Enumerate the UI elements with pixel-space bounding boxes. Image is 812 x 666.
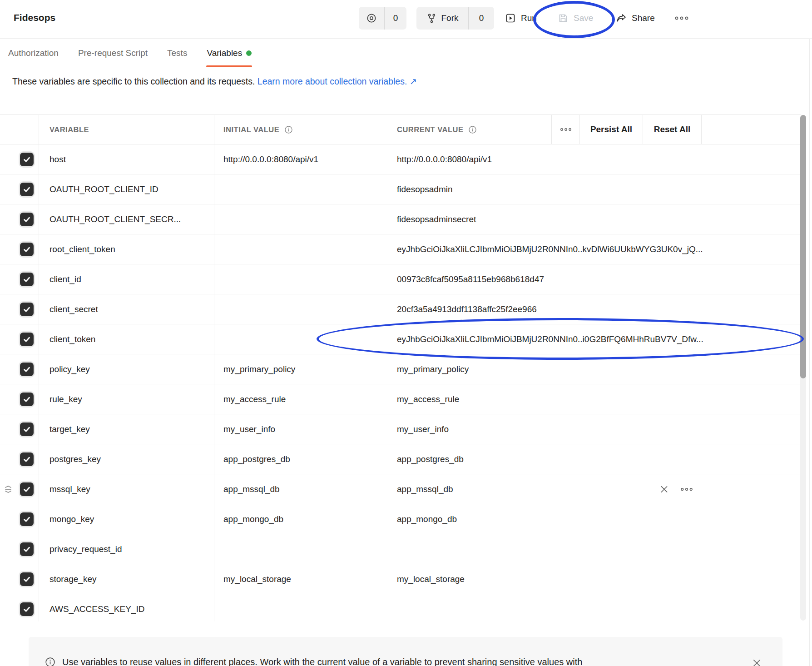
variable-name-cell[interactable]: postgres_key <box>39 444 214 474</box>
row-checkbox[interactable] <box>20 273 34 286</box>
tab-authorization[interactable]: Authorization <box>8 39 59 67</box>
current-value-cell[interactable]: my_user_info <box>389 414 801 444</box>
current-value-cell[interactable]: http://0.0.0.0:8080/api/v1 <box>389 144 801 174</box>
row-checkbox[interactable] <box>20 602 34 616</box>
current-value-cell[interactable]: 00973c8fcaf5095a8115eb968b618d47 <box>389 264 801 294</box>
variable-name-cell[interactable]: OAUTH_ROOT_CLIENT_ID <box>39 174 214 204</box>
current-value-cell[interactable]: my_primary_policy <box>389 354 801 384</box>
variable-name-cell[interactable]: host <box>39 144 214 174</box>
tab-pre-request-script[interactable]: Pre-request Script <box>78 39 148 67</box>
drag-handle-icon[interactable] <box>3 484 13 495</box>
info-icon[interactable] <box>284 125 293 134</box>
row-checkbox[interactable] <box>20 512 34 526</box>
initial-value-cell[interactable] <box>214 174 389 204</box>
info-icon[interactable] <box>468 125 477 134</box>
reset-all-button[interactable]: Reset All <box>643 115 702 144</box>
watch-button[interactable] <box>359 7 384 30</box>
fork-button[interactable]: Fork <box>416 7 468 30</box>
variable-name-cell[interactable]: target_key <box>39 414 214 444</box>
row-checkbox[interactable] <box>20 243 34 256</box>
initial-value-cell[interactable]: my_access_rule <box>214 384 389 414</box>
initial-value-cell[interactable] <box>214 294 389 324</box>
save-icon <box>558 13 569 24</box>
table-row: root_client_token eyJhbGciOiJkaXliLCJIbm… <box>0 234 801 264</box>
row-checkbox[interactable] <box>20 393 34 406</box>
current-value-cell[interactable]: eyJhbGciOiJkaXliLCJIbmMiOiJBMjU2R0NNIn0.… <box>389 234 801 264</box>
more-options-button[interactable] <box>674 7 689 30</box>
initial-value-cell[interactable] <box>214 204 389 234</box>
initial-value-cell[interactable]: app_mssql_db <box>214 474 389 504</box>
tab-variables[interactable]: Variables <box>207 39 252 67</box>
initial-value-cell[interactable]: app_postgres_db <box>214 444 389 474</box>
initial-value-cell[interactable]: my_local_storage <box>214 564 389 594</box>
row-checkbox[interactable] <box>20 482 34 496</box>
initial-value-cell[interactable]: my_primary_policy <box>214 354 389 384</box>
run-button[interactable]: Run <box>505 7 537 30</box>
fork-icon <box>426 13 437 24</box>
variable-name-cell[interactable]: client_secret <box>39 294 214 324</box>
tab-tests[interactable]: Tests <box>167 39 187 67</box>
row-checkbox[interactable] <box>20 572 34 586</box>
current-value-cell[interactable]: fidesopsadmin <box>389 174 801 204</box>
tab-label: Variables <box>207 48 242 58</box>
initial-value-cell[interactable] <box>214 324 389 354</box>
table-row: host http://0.0.0.0:8080/api/v1 http://0… <box>0 144 801 174</box>
variable-name-cell[interactable]: storage_key <box>39 564 214 594</box>
row-checkbox[interactable] <box>20 452 34 466</box>
share-button[interactable]: Share <box>616 7 655 30</box>
row-checkbox[interactable] <box>20 542 34 556</box>
info-banner-text: Use variables to reuse values in differe… <box>62 657 582 666</box>
persist-all-button[interactable]: Persist All <box>580 115 643 144</box>
variable-name-cell[interactable]: mssql_key <box>39 474 214 504</box>
save-button[interactable]: Save <box>558 7 593 30</box>
variable-name-cell[interactable]: rule_key <box>39 384 214 414</box>
current-value-cell[interactable]: my_local_storage <box>389 564 801 594</box>
row-checkbox-cell <box>0 204 39 234</box>
current-value-cell[interactable] <box>389 594 801 621</box>
row-checkbox[interactable] <box>20 183 34 196</box>
row-checkbox[interactable] <box>20 363 34 376</box>
table-row: rule_key my_access_rule my_access_rule <box>0 384 801 414</box>
close-icon[interactable] <box>752 658 762 666</box>
row-checkbox-cell <box>0 174 39 204</box>
current-value-cell[interactable]: app_mongo_db <box>389 504 801 534</box>
table-more-options-button[interactable] <box>552 115 580 144</box>
variable-name-cell[interactable]: OAUTH_ROOT_CLIENT_SECR... <box>39 204 214 234</box>
current-value-cell[interactable]: app_mssql_db <box>389 474 801 504</box>
current-value-cell[interactable]: eyJhbGciOiJkaXliLCJIbmMiOiJBMjU2R0NNIn0.… <box>389 324 801 354</box>
row-more-options-icon[interactable] <box>680 486 693 492</box>
variable-name-cell[interactable]: policy_key <box>39 354 214 384</box>
current-value-cell[interactable]: 20cf3a5a4913ddf1138affc25f2ee966 <box>389 294 801 324</box>
variable-name-cell[interactable]: client_id <box>39 264 214 294</box>
initial-value-cell[interactable]: my_user_info <box>214 414 389 444</box>
row-checkbox[interactable] <box>20 153 34 166</box>
initial-value-cell[interactable] <box>214 264 389 294</box>
variable-name-cell[interactable]: client_token <box>39 324 214 354</box>
table-header-row: VARIABLE INITIAL VALUE CURRENT VALUE <box>0 114 801 144</box>
column-header-current-value: CURRENT VALUE <box>389 115 552 144</box>
current-value-cell[interactable]: fidesopsadminsecret <box>389 204 801 234</box>
initial-value-cell[interactable]: http://0.0.0.0:8080/api/v1 <box>214 144 389 174</box>
variable-name-cell[interactable]: mongo_key <box>39 504 214 534</box>
delete-row-icon[interactable] <box>659 484 669 494</box>
table-scrollbar[interactable] <box>800 115 806 621</box>
table-row: AWS_ACCESS_KEY_ID <box>0 594 801 621</box>
current-value-cell[interactable]: my_access_rule <box>389 384 801 414</box>
row-checkbox[interactable] <box>20 333 34 346</box>
initial-value-cell[interactable] <box>214 594 389 621</box>
variable-name-cell[interactable]: AWS_ACCESS_KEY_ID <box>39 594 214 621</box>
row-checkbox[interactable] <box>20 422 34 436</box>
variable-name-cell[interactable]: privacy_request_id <box>39 534 214 564</box>
row-checkbox[interactable] <box>20 213 34 226</box>
current-value-cell[interactable] <box>389 534 801 564</box>
initial-value-cell[interactable] <box>214 534 389 564</box>
fork-count[interactable]: 0 <box>468 7 494 30</box>
scrollbar-thumb[interactable] <box>800 115 806 378</box>
current-value-cell[interactable]: app_postgres_db <box>389 444 801 474</box>
row-checkbox[interactable] <box>20 303 34 316</box>
watch-count[interactable]: 0 <box>384 7 406 30</box>
initial-value-cell[interactable] <box>214 234 389 264</box>
initial-value-cell[interactable]: app_mongo_db <box>214 504 389 534</box>
learn-more-link[interactable]: Learn more about collection variables. ↗ <box>257 76 417 86</box>
variable-name-cell[interactable]: root_client_token <box>39 234 214 264</box>
